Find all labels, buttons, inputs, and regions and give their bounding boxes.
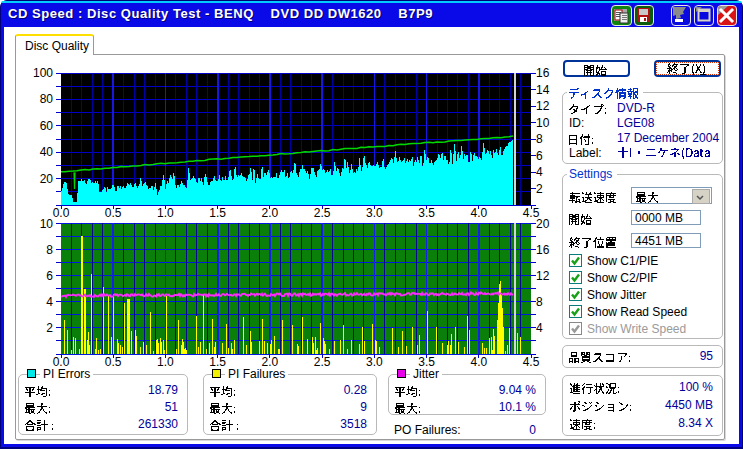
svg-text:0.0: 0.0 <box>53 206 70 220</box>
svg-text:2.5: 2.5 <box>314 206 331 220</box>
svg-text:60: 60 <box>40 119 54 133</box>
svg-text:10: 10 <box>536 116 550 130</box>
svg-text:40: 40 <box>40 145 54 159</box>
svg-text:2: 2 <box>536 182 543 196</box>
svg-text:80: 80 <box>40 92 54 106</box>
svg-text:6: 6 <box>536 149 543 163</box>
svg-text:4: 4 <box>536 321 543 335</box>
svg-text:1.5: 1.5 <box>209 355 226 369</box>
svg-text:3.5: 3.5 <box>418 206 435 220</box>
svg-text:1.0: 1.0 <box>157 355 174 369</box>
svg-text:14: 14 <box>536 83 550 97</box>
svg-text:3.0: 3.0 <box>366 355 383 369</box>
svg-text:12: 12 <box>536 269 550 283</box>
svg-text:4.0: 4.0 <box>470 206 487 220</box>
svg-text:6: 6 <box>46 269 53 283</box>
svg-text:12: 12 <box>536 99 550 113</box>
svg-text:20: 20 <box>40 172 54 186</box>
svg-text:16: 16 <box>536 243 550 257</box>
svg-text:2: 2 <box>46 321 53 335</box>
svg-text:8: 8 <box>536 132 543 146</box>
svg-text:100: 100 <box>33 66 53 80</box>
svg-text:8: 8 <box>536 295 543 309</box>
svg-text:3.0: 3.0 <box>366 206 383 220</box>
svg-text:2.5: 2.5 <box>314 355 331 369</box>
svg-text:1.0: 1.0 <box>157 206 174 220</box>
svg-text:4: 4 <box>46 295 53 309</box>
svg-text:16: 16 <box>536 66 550 80</box>
svg-text:0.5: 0.5 <box>105 206 122 220</box>
svg-text:1.5: 1.5 <box>209 206 226 220</box>
svg-text:8: 8 <box>46 243 53 257</box>
svg-text:0.5: 0.5 <box>105 355 122 369</box>
svg-text:20: 20 <box>536 217 550 231</box>
svg-text:4: 4 <box>536 165 543 179</box>
svg-text:4.5: 4.5 <box>523 355 540 369</box>
svg-text:2.0: 2.0 <box>262 206 279 220</box>
svg-text:4.0: 4.0 <box>470 355 487 369</box>
svg-text:10: 10 <box>40 217 54 231</box>
